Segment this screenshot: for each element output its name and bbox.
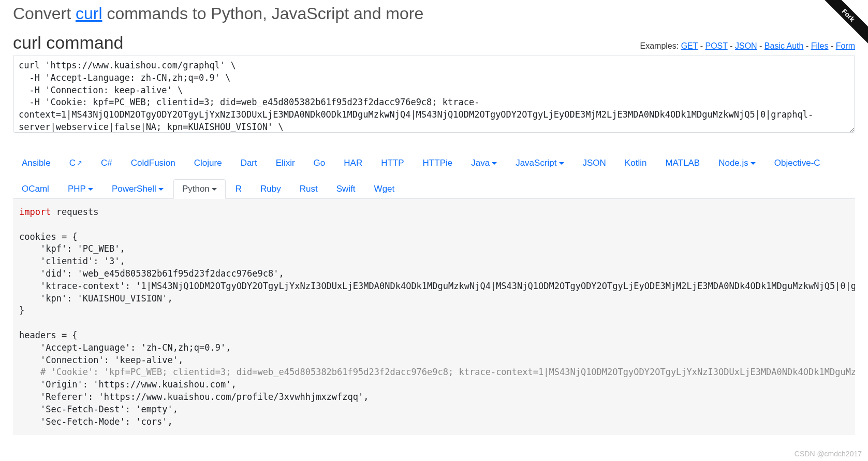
title-prefix: Convert [13,4,76,23]
tab-javascript[interactable]: JavaScript [507,153,572,173]
example-link-files[interactable]: Files [811,41,829,50]
chevron-down-icon [751,162,756,165]
tab-http[interactable]: HTTP [372,153,413,173]
tab-swift[interactable]: Swift [328,179,364,199]
examples-label: Examples: [640,41,681,50]
tab-kotlin[interactable]: Kotlin [616,153,656,173]
section-title: curl command [13,33,124,53]
tab-java[interactable]: Java [462,153,506,173]
tab-r[interactable]: R [227,179,251,199]
tab-httpie[interactable]: HTTPie [414,153,462,173]
page-title: Convert curl commands to Python, JavaScr… [13,4,855,23]
tab-elixir[interactable]: Elixir [267,153,304,173]
chevron-down-icon [212,188,217,191]
tab-node-js[interactable]: Node.js [710,153,764,173]
tab-php[interactable]: PHP [59,179,102,199]
tab-rust[interactable]: Rust [291,179,327,199]
example-link-form[interactable]: Form [836,41,855,50]
tab-ocaml[interactable]: OCaml [13,179,58,199]
curl-link[interactable]: curl [76,4,102,23]
tab-ansible[interactable]: Ansible [13,153,60,173]
example-link-get[interactable]: GET [681,41,698,50]
language-tabs: AnsibleC↗C#ColdFusionClojureDartElixirGo… [13,153,855,199]
example-link-json[interactable]: JSON [735,41,757,50]
code-output: import requests cookies = { 'kpf': 'PC_W… [13,198,855,435]
tab-python[interactable]: Python [173,179,226,199]
tab-powershell[interactable]: PowerShell [103,179,172,199]
tab-har[interactable]: HAR [335,153,371,173]
title-suffix: commands to Python, JavaScript and more [102,4,424,23]
tab-clojure[interactable]: Clojure [185,153,231,173]
tab-c[interactable]: C↗ [61,153,91,173]
curl-input[interactable] [13,55,855,133]
example-link-basic-auth[interactable]: Basic Auth [764,41,804,50]
tab-dart[interactable]: Dart [232,153,266,173]
examples-row: Examples: GET - POST - JSON - Basic Auth… [640,41,855,51]
chevron-down-icon [158,188,164,191]
chevron-down-icon [559,162,564,165]
chevron-down-icon [88,188,93,191]
chevron-down-icon [492,162,497,165]
tab-go[interactable]: Go [305,153,334,173]
tab-matlab[interactable]: MATLAB [656,153,709,173]
tab-objective-c[interactable]: Objective-C [766,153,829,173]
tab-json[interactable]: JSON [574,153,615,173]
tab-ruby[interactable]: Ruby [252,179,290,199]
external-link-icon: ↗ [77,159,82,167]
tab-wget[interactable]: Wget [365,179,404,199]
tab-c-[interactable]: C# [92,153,121,173]
example-link-post[interactable]: POST [705,41,727,50]
tab-coldfusion[interactable]: ColdFusion [122,153,184,173]
